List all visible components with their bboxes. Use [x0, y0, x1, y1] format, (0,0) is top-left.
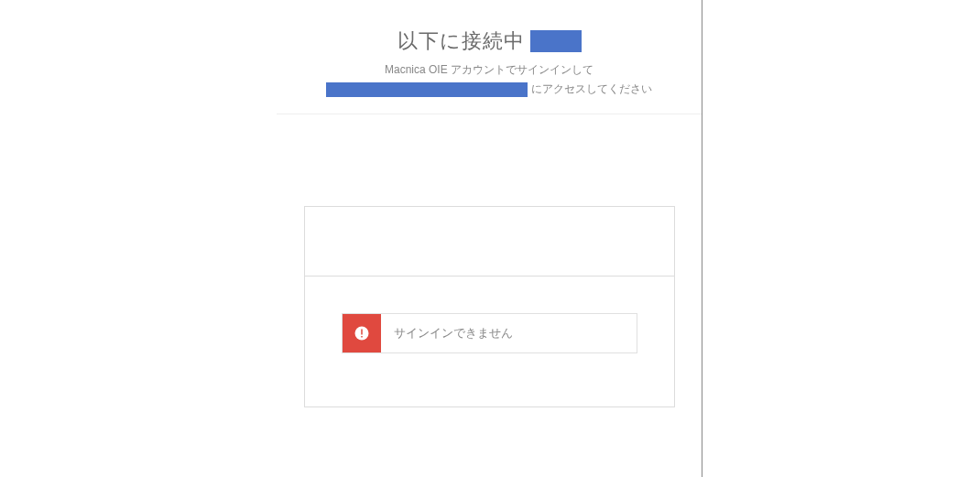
panel-top-section [305, 207, 674, 276]
svg-rect-1 [361, 330, 363, 335]
panel-body-section: サインインできません [305, 276, 674, 407]
signin-form-panel: サインインできません [304, 206, 675, 407]
header-section: 以下に接続中 Macnica OIE アカウントでサインインして にアクセスして… [277, 0, 702, 114]
svg-rect-2 [361, 336, 363, 338]
signin-container: 以下に接続中 Macnica OIE アカウントでサインインして にアクセスして… [277, 0, 702, 477]
error-message-text: サインインできません [381, 314, 637, 352]
error-icon [343, 314, 381, 352]
subtitle-line-1: Macnica OIE アカウントでサインインして [295, 62, 683, 78]
redacted-url [326, 82, 528, 97]
error-message-box: サインインできません [342, 313, 637, 353]
subtitle-line-2: にアクセスしてください [295, 81, 683, 97]
subtitle-suffix: にアクセスしてください [531, 81, 652, 97]
page-title: 以下に接続中 [397, 27, 525, 55]
redacted-app-name [530, 30, 582, 52]
title-row: 以下に接続中 [295, 27, 683, 55]
